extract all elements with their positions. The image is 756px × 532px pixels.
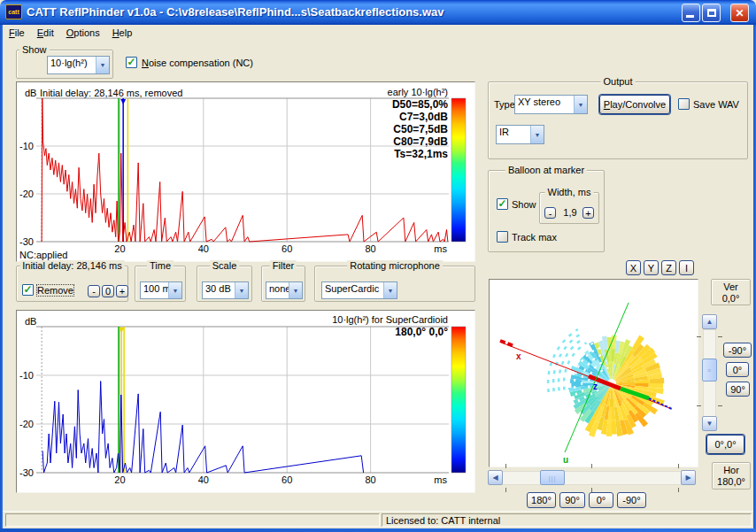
scale-combo[interactable]: 30 dB ▼ <box>202 281 249 299</box>
upper-chart[interactable]: -10-20-3020406080ms <box>19 84 473 261</box>
y-tick-label: -20 <box>19 419 34 429</box>
width-plus-button[interactable]: + <box>582 207 594 219</box>
u-axis-label: u <box>563 455 568 465</box>
slider-tick <box>591 464 592 468</box>
lower-chart-panel: dB 10·lg(h²) for SuperCardioid 180,0° 0,… <box>16 310 475 493</box>
menu-file[interactable]: File <box>3 26 31 40</box>
app-icon: catt <box>5 4 22 19</box>
ver-button-90deg[interactable]: -90° <box>723 343 752 358</box>
x-tick-label: 20 <box>114 243 125 254</box>
colorbar <box>451 98 466 242</box>
nc-checkbox[interactable]: ✓ <box>126 57 137 68</box>
axis-button-x[interactable]: X <box>626 260 641 275</box>
mic-group: Rotating microphone SuperCardic ▼ <box>314 266 475 302</box>
title-bar: catt CATT ReflPhinder v1.0a - C:\v8relea… <box>0 0 756 25</box>
ir-combo-value: IR <box>497 126 530 143</box>
minus-icon: - <box>549 208 552 219</box>
hor-button-180deg[interactable]: 180° <box>527 492 556 508</box>
slider-tick <box>678 464 679 468</box>
menu-edit[interactable]: Edit <box>31 26 60 40</box>
hor-slider-track[interactable] <box>488 471 696 485</box>
status-field-license: Licensed to: CATT internal <box>382 513 752 527</box>
axis-button-z[interactable]: Z <box>661 260 676 275</box>
x-tick-label: 40 <box>198 243 209 254</box>
lower-chart[interactable]: -10-20-3020406080ms <box>19 312 473 492</box>
close-button[interactable]: ✕ <box>730 4 749 22</box>
window-border-left <box>0 25 3 532</box>
remove-checkbox[interactable]: ✓ <box>22 284 34 296</box>
chevron-down-icon: ▼ <box>235 282 248 298</box>
slider-tick <box>505 464 506 468</box>
balloon-marker-title: Balloon at marker <box>505 165 587 175</box>
hor-button-90deg[interactable]: 90° <box>559 492 585 508</box>
axis-button-y[interactable]: Y <box>644 260 659 275</box>
output-type-combo[interactable]: XY stereo ▼ <box>514 95 588 114</box>
slider-tick <box>505 488 506 492</box>
ver-slider-down-button[interactable]: ▼ <box>702 416 717 431</box>
time-combo[interactable]: 100 ms ▼ <box>140 281 182 299</box>
ver-button-0deg[interactable]: 0° <box>726 362 749 377</box>
track-max-checkbox[interactable] <box>497 231 508 243</box>
balloon-show-checkbox[interactable]: ✓ <box>497 198 508 210</box>
chevron-down-icon: ▼ <box>574 96 587 113</box>
chevron-down-icon: ▼ <box>168 282 181 298</box>
x-tick-label: 60 <box>282 243 292 254</box>
mic-title: Rotating microphone <box>347 260 443 271</box>
width-minus-button[interactable]: - <box>544 207 556 219</box>
slider-tick <box>718 405 722 406</box>
menu-help[interactable]: Help <box>106 26 139 40</box>
ver-value: 0,0° <box>712 293 750 305</box>
mic-combo[interactable]: SuperCardic ▼ <box>321 281 397 299</box>
show-combo-value: 10·lg(h²) <box>48 57 96 73</box>
filter-combo-value: none <box>266 282 289 298</box>
initial-delay-+[interactable]: + <box>116 285 128 297</box>
balloon-plot[interactable]: xzu <box>490 280 698 466</box>
close-icon: ✕ <box>735 7 744 19</box>
status-bar: Licensed to: CATT internal <box>3 511 753 528</box>
time-group: Time 100 ms ▼ <box>135 266 186 302</box>
hor-button-0deg[interactable]: 0° <box>589 492 613 508</box>
chevron-left-icon: ◀ <box>492 474 498 482</box>
menu-bar: FileEditOptionsHelp <box>3 25 753 41</box>
hor-slider-left-button[interactable]: ◀ <box>488 470 503 485</box>
axis-button-i[interactable]: I <box>679 260 694 275</box>
slider-tick <box>697 405 701 406</box>
save-wav-checkbox[interactable] <box>678 98 690 110</box>
marker-arrow-icon <box>120 99 126 104</box>
z-axis-label: z <box>593 382 598 391</box>
ver-box: Ver 0,0° <box>711 279 751 305</box>
initial-delay-title: Initial delay: 28,146 ms <box>19 260 125 271</box>
ir-combo[interactable]: IR ▼ <box>496 125 544 144</box>
ver-slider-thumb[interactable]: ≡ <box>702 359 717 382</box>
ver-label: Ver <box>712 281 750 293</box>
ver-button-90deg[interactable]: 90° <box>726 382 750 397</box>
y-tick-label: -10 <box>19 370 34 381</box>
upper-chart-panel: dB Initial delay: 28,146 ms, removed ear… <box>16 81 475 262</box>
origin-button-label: 0°,0° <box>714 439 736 450</box>
chevron-down-icon: ▼ <box>530 126 544 143</box>
colorbar <box>451 327 466 473</box>
initial-delay-0[interactable]: 0 <box>102 285 114 297</box>
play-convolve-button[interactable]: Play/Convolve <box>599 95 670 114</box>
track-max-label: Track max <box>512 232 557 243</box>
output-title: Output <box>600 76 635 87</box>
y-tick-label: -10 <box>19 141 34 151</box>
slider-tick <box>697 336 701 337</box>
y-tick-label: -30 <box>19 236 34 247</box>
filter-combo[interactable]: none ▼ <box>266 281 303 299</box>
ver-slider-up-button[interactable]: ▲ <box>702 314 717 329</box>
origin-button[interactable]: 0°,0° <box>706 435 744 454</box>
hor-slider-right-button[interactable]: ▶ <box>681 470 696 485</box>
initial-delay-btn[interactable]: - <box>88 285 100 297</box>
chevron-down-icon: ▼ <box>289 282 302 298</box>
minimize-button[interactable] <box>682 4 700 22</box>
scale-title: Scale <box>210 260 240 271</box>
mic-combo-value: SuperCardic <box>322 282 383 298</box>
x-unit-label: ms <box>434 474 447 485</box>
menu-options[interactable]: Options <box>60 26 106 40</box>
maximize-button[interactable] <box>702 4 721 22</box>
show-group: Show 10·lg(h²) ▼ <box>16 50 113 79</box>
show-combo[interactable]: 10·lg(h²) ▼ <box>47 56 110 74</box>
hor-button-90deg[interactable]: -90° <box>617 492 646 508</box>
hor-slider-thumb[interactable]: ||| <box>540 470 565 485</box>
